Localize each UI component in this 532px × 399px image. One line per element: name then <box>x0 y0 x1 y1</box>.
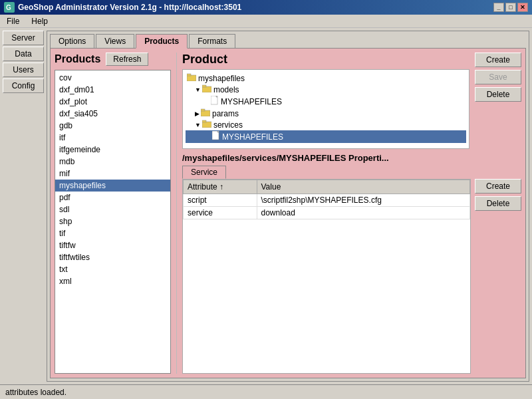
svg-rect-3 <box>187 74 191 76</box>
tab-bar: Options Views Products Formats <box>47 31 529 48</box>
tab-content-products: Products Refresh covdxf_dm01dxf_plotdxf_… <box>50 48 526 378</box>
statusbar: attributes loaded. <box>0 384 532 399</box>
tree-item-label: myshapefiles <box>198 74 245 83</box>
tree-item[interactable]: ▼models <box>186 84 466 95</box>
content-area: Options Views Products Formats Products … <box>47 31 529 382</box>
tree-item[interactable]: MYSHAPEFILES <box>186 130 466 143</box>
product-list-item[interactable]: tif <box>55 227 170 239</box>
tree-item-label: services <box>213 120 243 130</box>
titlebar-left: G GeoShop Administrator Version 2.1g - h… <box>4 2 241 13</box>
products-header: Products Refresh <box>55 53 171 66</box>
properties-path: /myshapefiles/services/MYSHAPEFILES Prop… <box>182 153 521 163</box>
tab-formats[interactable]: Formats <box>189 34 235 48</box>
sidebar-item-users[interactable]: Users <box>3 63 44 77</box>
titlebar-title: GeoShop Administrator Version 2.1g - htt… <box>18 3 241 12</box>
properties-action-buttons: Create Delete <box>475 179 521 374</box>
value-cell: \scriptfil2shp\MYSHAPEFILES.cfg <box>257 194 470 207</box>
properties-table-container: Attribute ↑ Value script\scriptfil2shp\M… <box>182 179 471 374</box>
menu-file[interactable]: File <box>4 16 22 27</box>
product-tree[interactable]: myshapefiles▼modelsMYSHAPEFILES▶params▼s… <box>182 69 469 149</box>
attr-column-header: Attribute ↑ <box>184 180 257 194</box>
products-list[interactable]: covdxf_dm01dxf_plotdxf_sia405gdbitfitfge… <box>55 70 171 374</box>
svg-text:G: G <box>6 4 11 11</box>
product-list-item[interactable]: mdb <box>55 156 170 168</box>
create-property-button[interactable]: Create <box>475 179 521 194</box>
product-list-item[interactable]: dxf_plot <box>55 96 170 108</box>
products-title: Products <box>55 53 100 65</box>
right-panel: Product myshapefiles▼modelsMYSHAPEFILES▶… <box>182 53 521 374</box>
folder-icon <box>202 120 211 130</box>
product-list-item[interactable]: pdf <box>55 192 170 203</box>
tree-item[interactable]: MYSHAPEFILES <box>186 95 466 108</box>
file-icon <box>211 96 219 107</box>
product-tree-container: Product myshapefiles▼modelsMYSHAPEFILES▶… <box>182 53 469 149</box>
tree-item-label: models <box>213 85 239 94</box>
product-heading: Product <box>182 53 469 66</box>
product-list-item[interactable]: dxf_dm01 <box>55 84 170 96</box>
tab-views[interactable]: Views <box>96 34 134 48</box>
svg-rect-2 <box>187 75 196 81</box>
svg-rect-11 <box>202 120 206 122</box>
product-list-item[interactable]: cov <box>55 72 170 84</box>
folder-icon <box>201 108 210 118</box>
app-icon: G <box>4 2 15 13</box>
attribute-cell: script <box>184 194 257 207</box>
tree-item-label: MYSHAPEFILES <box>222 132 283 142</box>
tab-options[interactable]: Options <box>50 34 94 48</box>
menubar: File Help <box>0 15 532 28</box>
titlebar-buttons[interactable]: _ □ ✕ <box>493 3 528 12</box>
tree-item-label: MYSHAPEFILES <box>221 97 282 106</box>
folder-icon <box>202 84 211 94</box>
save-product-button[interactable]: Save <box>475 70 521 84</box>
panel-divider <box>176 53 177 374</box>
product-list-item[interactable]: itfgemeinde <box>55 144 170 156</box>
product-list-item[interactable]: tiftfw <box>55 239 170 251</box>
product-list-item[interactable]: gdb <box>55 120 170 132</box>
products-panel: Products Refresh covdxf_dm01dxf_plotdxf_… <box>55 53 171 374</box>
product-list-item[interactable]: myshapefiles <box>55 180 170 192</box>
svg-rect-5 <box>202 85 206 87</box>
svg-rect-4 <box>202 86 211 92</box>
product-list-item[interactable]: dxf_sia405 <box>55 108 170 120</box>
maximize-button[interactable]: □ <box>505 3 516 12</box>
product-section: Product myshapefiles▼modelsMYSHAPEFILES▶… <box>182 53 521 149</box>
status-text: attributes loaded. <box>5 388 66 397</box>
properties-section: /myshapefiles/services/MYSHAPEFILES Prop… <box>182 153 521 374</box>
service-tab[interactable]: Service <box>182 166 226 179</box>
delete-property-button[interactable]: Delete <box>475 196 521 211</box>
product-list-item[interactable]: itf <box>55 132 170 144</box>
minimize-button[interactable]: _ <box>493 3 504 12</box>
create-product-button[interactable]: Create <box>475 53 521 67</box>
tree-item[interactable]: ▶params <box>186 108 466 119</box>
service-tab-bar: Service <box>182 166 521 179</box>
sidebar-item-data[interactable]: Data <box>3 47 44 61</box>
refresh-button[interactable]: Refresh <box>106 53 148 66</box>
value-cell: download <box>257 207 470 219</box>
titlebar: G GeoShop Administrator Version 2.1g - h… <box>0 0 532 15</box>
tree-item[interactable]: ▼services <box>186 119 466 130</box>
table-row: script\scriptfil2shp\MYSHAPEFILES.cfg <box>184 194 470 207</box>
product-list-item[interactable]: tiftfwtiles <box>55 251 170 263</box>
tree-item-label: params <box>212 109 239 118</box>
svg-rect-9 <box>201 109 205 111</box>
product-list-item[interactable]: sdl <box>55 203 170 215</box>
sidebar-item-server[interactable]: Server <box>3 31 44 45</box>
value-column-header: Value <box>257 180 470 194</box>
delete-product-button[interactable]: Delete <box>475 87 521 102</box>
main-container: Server Data Users Config Options Views P… <box>0 28 532 384</box>
properties-content: Attribute ↑ Value script\scriptfil2shp\M… <box>182 179 521 374</box>
close-button[interactable]: ✕ <box>517 3 528 12</box>
tree-item[interactable]: myshapefiles <box>186 72 466 84</box>
product-list-item[interactable]: txt <box>55 263 170 275</box>
properties-table: Attribute ↑ Value script\scriptfil2shp\M… <box>183 180 470 219</box>
folder-icon <box>187 73 196 83</box>
attribute-cell: service <box>184 207 257 219</box>
sidebar-item-config[interactable]: Config <box>3 78 44 93</box>
svg-rect-8 <box>201 110 210 116</box>
product-list-item[interactable]: mif <box>55 168 170 180</box>
svg-rect-10 <box>202 122 211 128</box>
product-list-item[interactable]: shp <box>55 215 170 227</box>
product-list-item[interactable]: xml <box>55 275 170 287</box>
tab-products[interactable]: Products <box>136 34 188 49</box>
menu-help[interactable]: Help <box>29 16 51 27</box>
